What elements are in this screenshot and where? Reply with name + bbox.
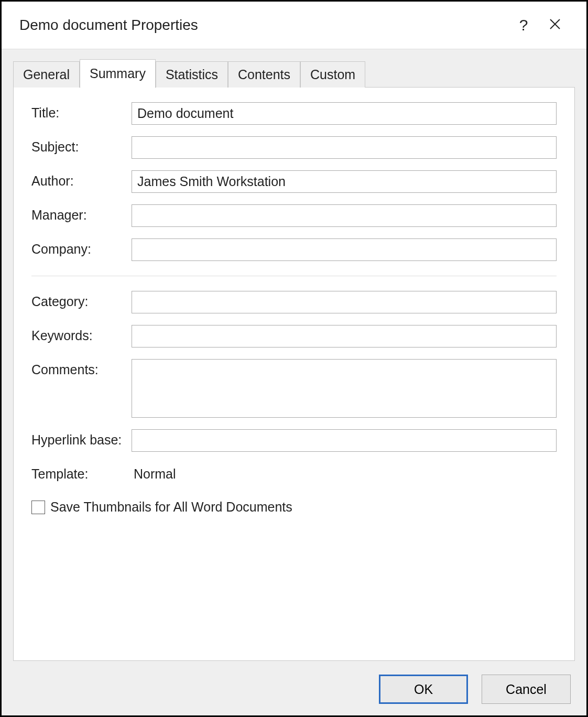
keywords-label: Keywords: <box>31 325 128 343</box>
save-thumbnails-checkbox[interactable] <box>31 501 45 514</box>
manager-label: Manager: <box>31 204 128 223</box>
category-input[interactable] <box>132 291 557 313</box>
keywords-input[interactable] <box>132 325 557 347</box>
subject-input[interactable] <box>132 136 557 159</box>
cancel-button[interactable]: Cancel <box>482 675 571 704</box>
subject-label: Subject: <box>31 136 128 155</box>
comments-label: Comments: <box>31 359 128 377</box>
save-thumbnails-row: Save Thumbnails for All Word Documents <box>31 499 557 515</box>
author-input[interactable] <box>132 170 557 193</box>
template-value: Normal <box>132 463 557 482</box>
save-thumbnails-label[interactable]: Save Thumbnails for All Word Documents <box>50 499 292 515</box>
tab-strip: General Summary Statistics Contents Cust… <box>13 59 575 88</box>
tab-contents[interactable]: Contents <box>228 61 300 88</box>
summary-form: Title: Subject: Author: Manager: Company… <box>31 102 557 482</box>
author-label: Author: <box>31 170 128 189</box>
company-label: Company: <box>31 238 128 257</box>
dialog-body: General Summary Statistics Contents Cust… <box>2 49 586 715</box>
title-label: Title: <box>31 102 128 121</box>
close-icon <box>549 18 561 30</box>
titlebar: Demo document Properties ? <box>2 2 586 49</box>
ok-button[interactable]: OK <box>379 675 468 704</box>
template-label: Template: <box>31 463 128 482</box>
help-button[interactable]: ? <box>508 16 539 34</box>
properties-dialog: Demo document Properties ? General Summa… <box>0 0 588 717</box>
company-input[interactable] <box>132 238 557 261</box>
dialog-button-row: OK Cancel <box>13 661 575 704</box>
title-input[interactable] <box>132 102 557 125</box>
tab-summary[interactable]: Summary <box>80 59 156 88</box>
tab-general[interactable]: General <box>13 61 80 88</box>
close-button[interactable] <box>539 16 571 34</box>
comments-input[interactable] <box>132 359 557 418</box>
dialog-title: Demo document Properties <box>19 17 508 34</box>
summary-panel: Title: Subject: Author: Manager: Company… <box>13 87 575 661</box>
tab-custom[interactable]: Custom <box>300 61 365 88</box>
category-label: Category: <box>31 291 128 309</box>
tab-statistics[interactable]: Statistics <box>156 61 228 88</box>
hyperlink-base-label: Hyperlink base: <box>31 429 128 448</box>
hyperlink-base-input[interactable] <box>132 429 557 452</box>
manager-input[interactable] <box>132 204 557 227</box>
form-divider <box>31 276 557 276</box>
